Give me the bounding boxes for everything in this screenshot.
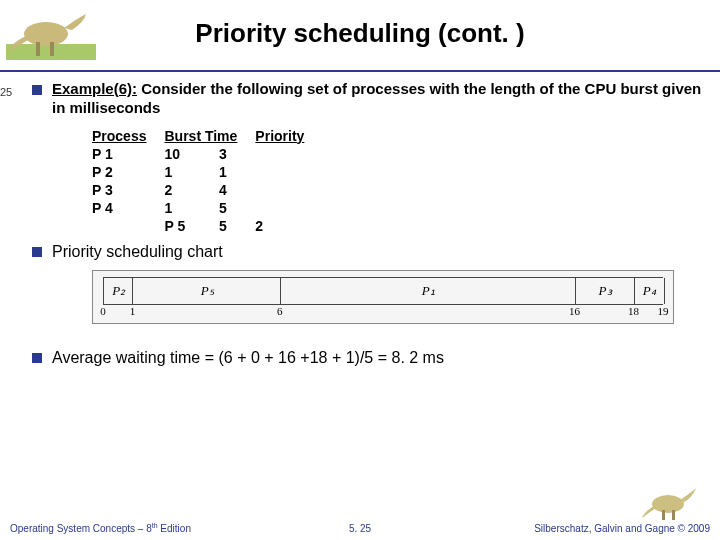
cell-process-extra: P 5: [164, 218, 219, 236]
cell-priority-col: 3: [219, 146, 255, 164]
cell-process: P 4: [92, 200, 164, 218]
bullet-example: Example(6): Consider the following set o…: [32, 80, 710, 118]
average-text: Average waiting time = (6 + 0 + 16 +18 +…: [52, 348, 444, 368]
header: Priority scheduling (cont. ): [0, 0, 720, 72]
table-row: P 1 10 3: [92, 146, 322, 164]
dinosaur-left-image: [6, 4, 96, 60]
example-rest: Consider the following set of processes …: [52, 80, 701, 116]
tick-1: 1: [130, 305, 136, 317]
table-row: P 3 2 4: [92, 182, 322, 200]
chart-label: Priority scheduling chart: [52, 242, 223, 262]
bullet-chart: Priority scheduling chart: [32, 242, 710, 262]
cell-burst: 1: [164, 164, 219, 182]
bullet-average: Average waiting time = (6 + 0 + 16 +18 +…: [32, 348, 710, 368]
bullet-square-icon: [32, 353, 42, 363]
table-row: P 2 1 1: [92, 164, 322, 182]
svg-rect-2: [36, 42, 40, 56]
cell-burst-extra: 5: [219, 218, 255, 236]
gantt-ticks: 0 1 6 16 18 19: [103, 305, 663, 319]
footer-center: 5. 25: [349, 523, 371, 534]
bullet-square-icon: [32, 247, 42, 257]
tick-18: 18: [628, 305, 639, 317]
cell-priority-extra: 2: [255, 218, 322, 236]
table-row: P 4 1 5: [92, 200, 322, 218]
cell-priority-col: 4: [219, 182, 255, 200]
cell-priority-col: 1: [219, 164, 255, 182]
col-burst: Burst Time: [164, 128, 255, 146]
gantt-seg-p4: P₄: [634, 278, 665, 304]
slide-title: Priority scheduling (cont. ): [0, 0, 720, 49]
tick-16: 16: [569, 305, 580, 317]
process-table: Process Burst Time Priority P 1 10 3 P 2…: [92, 128, 710, 236]
footer: Operating System Concepts – 8th Edition …: [0, 504, 720, 534]
cell-burst: 1: [164, 200, 219, 218]
cell-burst: 2: [164, 182, 219, 200]
gantt-chart: P₂ P₅ P₁ P₃ P₄ 0 1 6 16 18 19: [92, 270, 710, 324]
svg-rect-3: [50, 42, 54, 56]
tick-0: 0: [100, 305, 106, 317]
footer-left: Operating System Concepts – 8th Edition: [10, 522, 191, 534]
cell-process: P 2: [92, 164, 164, 182]
bullet-example-text: Example(6): Consider the following set o…: [52, 80, 710, 118]
bullet-square-icon: [32, 85, 42, 95]
cell-priority-col: 5: [219, 200, 255, 218]
col-priority: Priority: [255, 128, 322, 146]
cell-burst: 10: [164, 146, 219, 164]
gantt-seg-p3: P₃: [575, 278, 635, 304]
cell-process: P 3: [92, 182, 164, 200]
table-header-row: Process Burst Time Priority: [92, 128, 322, 146]
svg-point-1: [24, 22, 68, 46]
gantt-seg-p1: P₁: [280, 278, 576, 304]
table-row-extra: P 5 5 2: [92, 218, 322, 236]
footer-left-a: Operating System Concepts – 8: [10, 523, 152, 534]
tick-19: 19: [658, 305, 669, 317]
example-label: Example(6):: [52, 80, 137, 97]
cell-process: P 1: [92, 146, 164, 164]
gantt-bar: P₂ P₅ P₁ P₃ P₄: [103, 277, 663, 305]
col-process: Process: [92, 128, 164, 146]
gantt-seg-p2: P₂: [103, 278, 133, 304]
tick-6: 6: [277, 305, 283, 317]
page-side-number: 25: [0, 86, 12, 98]
gantt-seg-p5: P₅: [132, 278, 280, 304]
content-area: Example(6): Consider the following set o…: [32, 80, 710, 376]
gantt-box: P₂ P₅ P₁ P₃ P₄ 0 1 6 16 18 19: [92, 270, 674, 324]
footer-left-b: Edition: [158, 523, 191, 534]
footer-right: Silberschatz, Galvin and Gagne © 2009: [534, 523, 710, 534]
